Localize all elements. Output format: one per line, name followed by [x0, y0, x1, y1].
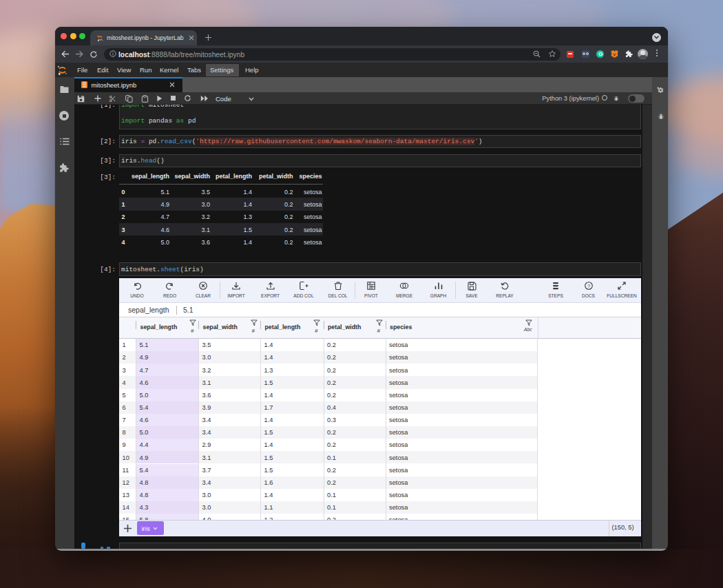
svg-text:?: ? — [587, 283, 589, 289]
